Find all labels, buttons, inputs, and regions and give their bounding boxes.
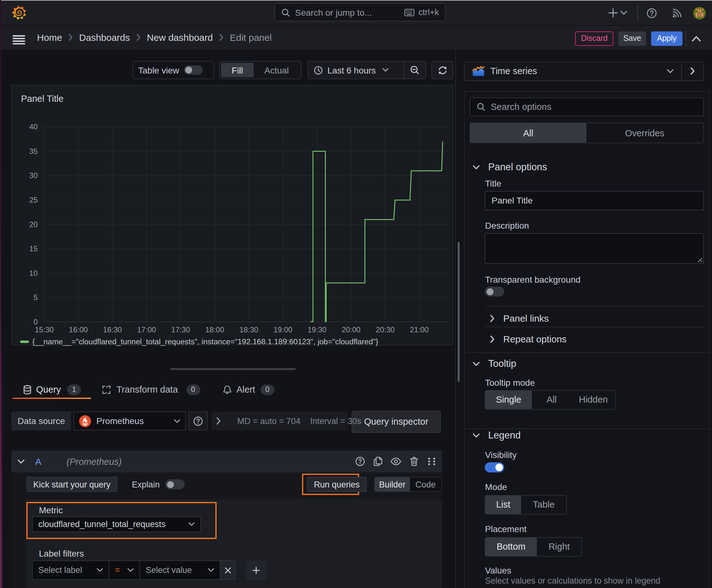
svg-text:17:30: 17:30 [171, 326, 190, 334]
svg-text:18:30: 18:30 [239, 326, 258, 334]
svg-text:20:30: 20:30 [375, 326, 394, 334]
svg-text:0: 0 [33, 318, 37, 326]
svg-text:19:00: 19:00 [273, 326, 292, 334]
svg-text:15: 15 [29, 244, 37, 253]
svg-text:35: 35 [29, 147, 37, 155]
svg-text:5: 5 [33, 293, 37, 301]
svg-text:16:00: 16:00 [69, 326, 88, 334]
svg-text:15:30: 15:30 [35, 326, 53, 334]
svg-text:16:30: 16:30 [103, 326, 122, 334]
svg-text:10: 10 [29, 269, 37, 277]
svg-text:25: 25 [29, 196, 37, 204]
svg-text:19:30: 19:30 [307, 326, 326, 334]
svg-text:30: 30 [29, 171, 37, 180]
svg-text:21:00: 21:00 [410, 326, 429, 334]
svg-text:40: 40 [29, 123, 37, 131]
svg-text:18:00: 18:00 [205, 326, 224, 334]
svg-text:17:00: 17:00 [137, 326, 156, 334]
svg-text:20: 20 [29, 220, 37, 229]
svg-text:20:00: 20:00 [341, 326, 360, 334]
